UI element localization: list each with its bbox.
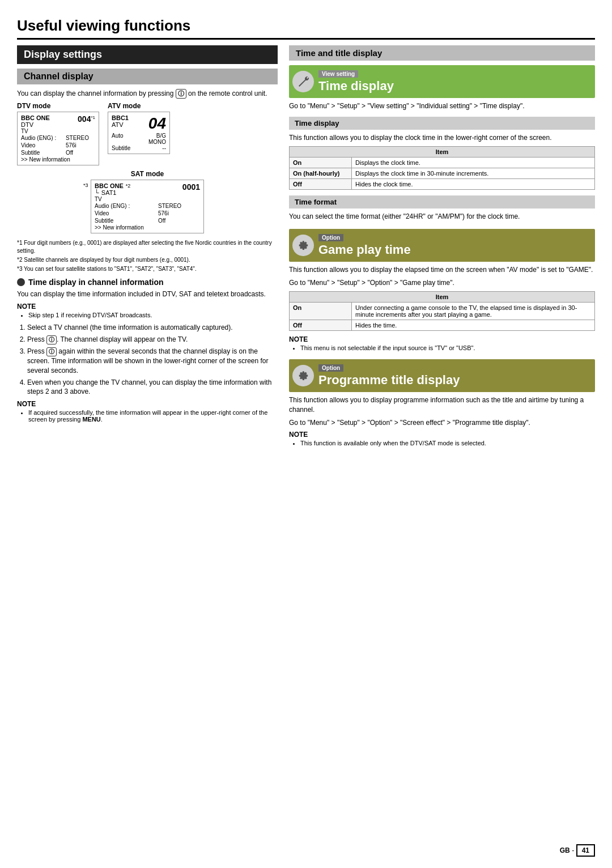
step-2: Press ⓘ. The channel display will appear…	[27, 335, 278, 344]
game-play-time-label: Game play time	[318, 242, 588, 257]
time-and-title-header: Time and title display	[289, 45, 595, 61]
game-play-col-header: Item	[290, 291, 595, 302]
option-badge-2: Option	[318, 364, 343, 372]
dtv-atv-modes: DTV mode BBC ONE DTV 004*1 TV	[17, 102, 278, 165]
wrench-icon	[297, 75, 309, 88]
dtv-mode-box: BBC ONE DTV 004*1 TV Audio (ENG) :STEREO…	[17, 112, 99, 165]
td-on-label: On	[290, 157, 352, 168]
note2-list: If acquired successfully, the time infor…	[22, 409, 278, 423]
time-display-col-header: Item	[290, 146, 595, 157]
note1-header: NOTE	[17, 303, 278, 310]
note2-item: If acquired successfully, the time infor…	[28, 409, 278, 423]
game-play-nav: Go to "Menu" > "Setup" > "Option" > "Gam…	[289, 278, 595, 288]
gb-indicator: GB	[560, 846, 570, 854]
sat-line2: └SAT1	[95, 189, 130, 196]
td-off-label: Off	[290, 178, 352, 189]
step-3: Press ⓘ again within the several seconds…	[27, 347, 278, 376]
atv-mode-block: ATV mode BBC1 ATV 04 Auto	[108, 102, 170, 165]
page-number-block: GB - 41	[560, 844, 595, 857]
time-display-nav: Go to "Menu" > "Setup" > "View setting" …	[289, 101, 595, 111]
programme-header-bar: Option Programme title display	[289, 359, 595, 392]
sat-asterisk2: *2	[126, 183, 131, 189]
game-note-item: This menu is not selectable if the input…	[300, 344, 595, 351]
sat-mode-block: SAT mode *3 BBC ONE *2 └SAT1	[17, 170, 278, 233]
atv-bbc1: BBC1	[112, 114, 129, 121]
right-column: Time and title display View setting Time…	[289, 45, 595, 454]
display-settings-header: Display settings	[17, 45, 278, 64]
sat-box-wrap: *3 BBC ONE *2 └SAT1	[17, 180, 278, 233]
table-row: Off Hides the clock time.	[290, 178, 595, 189]
programme-title-label: Programme title display	[318, 373, 588, 388]
dtv-line2: DTV	[21, 121, 50, 128]
option-badge-1: Option	[318, 234, 343, 241]
game-play-section: Option Game play time This function allo…	[289, 229, 595, 351]
game-play-header-bar: Option Game play time	[289, 229, 595, 262]
atv-mode-box: BBC1 ATV 04 Auto B/G MONO	[108, 112, 170, 154]
channel-display-header: Channel display	[17, 69, 278, 84]
time-display-sub-header: Time display	[289, 117, 595, 130]
atv-num: 04	[148, 114, 166, 132]
channel-display-intro: You can display the channel information …	[17, 89, 278, 99]
time-display-header-block: View setting Time display	[289, 65, 595, 98]
note1-block: NOTE Skip step 1 if receiving DTV/SAT br…	[17, 303, 278, 318]
programme-title-section: Option Programme title display This func…	[289, 359, 595, 446]
game-off-label: Off	[290, 320, 352, 330]
footnote-2: *2 Satellite channels are displayed by f…	[17, 256, 278, 264]
gear-icon-2	[297, 369, 309, 382]
td-off-value: Hides the clock time.	[352, 178, 595, 189]
time-display-big-label: Time display	[318, 79, 588, 93]
step-1: Select a TV channel (the time informatio…	[27, 323, 278, 333]
sat-num: 0001	[182, 182, 200, 192]
atv-line2: ATV	[112, 121, 129, 128]
step3-button-icon: ⓘ	[46, 347, 57, 356]
gear-icon-circle-2	[292, 365, 314, 386]
dtv-info-table: Audio (ENG) :STEREO Video576i SubtitleOf…	[21, 134, 95, 156]
time-display-channel-body: You can display the time information inc…	[17, 290, 278, 299]
steps-list: Select a TV channel (the time informatio…	[27, 323, 278, 397]
atv-info-row: Auto B/G	[112, 133, 166, 139]
sat-mode-box: *3 BBC ONE *2 └SAT1	[91, 180, 204, 233]
time-display-section: View setting Time display Go to "Menu" >…	[289, 65, 595, 221]
atv-subtitle-row: Subtitle --	[112, 145, 166, 151]
dtv-mode-label: DTV mode	[17, 102, 99, 110]
dtv-mode-block: DTV mode BBC ONE DTV 004*1 TV	[17, 102, 99, 165]
programme-note-item: This function is available only when the…	[300, 440, 595, 446]
gear-icon	[297, 239, 309, 252]
game-on-label: On	[290, 302, 352, 320]
footnote-1: *1 Four digit numbers (e.g., 0001) are d…	[17, 239, 278, 255]
bullet-icon	[17, 278, 25, 286]
game-note-header: NOTE	[289, 335, 595, 343]
note2-header: NOTE	[17, 400, 278, 408]
note1-item: Skip step 1 if receiving DTV/SAT broadca…	[28, 312, 278, 318]
table-row: Off Hides the time.	[290, 320, 595, 330]
dtv-new-info: >> New information	[21, 156, 95, 163]
atv-mono: MONO	[112, 139, 166, 145]
game-on-value: Under connecting a game console to the T…	[352, 302, 595, 320]
step-4: Even when you change the TV channel, you…	[27, 378, 278, 397]
wrench-icon-circle	[292, 71, 314, 92]
page-num-box: 41	[576, 844, 595, 857]
time-format-header: Time format	[289, 195, 595, 209]
info-button-icon: ⓘ	[176, 89, 186, 99]
sat-info-table: Audio (ENG) :STEREO Video576i SubtitleOf…	[95, 202, 200, 224]
programme-title-nav: Go to "Menu" > "Setup" > "Option" > "Scr…	[289, 418, 595, 428]
game-play-table: Item On Under connecting a game console …	[289, 291, 595, 331]
dtv-num: 004	[78, 114, 91, 124]
table-row: On Displays the clock time.	[290, 157, 595, 168]
page: Useful viewing functions Display setting…	[0, 0, 612, 868]
sat-mode-label: SAT mode	[17, 170, 278, 178]
footnotes-block: *1 Four digit numbers (e.g., 0001) are d…	[17, 239, 278, 273]
td-half-hourly-value: Displays the clock time in 30-minute inc…	[352, 168, 595, 178]
dtv-asterisk: *1	[91, 116, 95, 121]
main-title: Useful viewing functions	[17, 17, 595, 40]
time-display-table: Item On Displays the clock time. On (hal…	[289, 146, 595, 190]
programme-title-body: This function allows you to display prog…	[289, 395, 595, 415]
dtv-bbc-one: BBC ONE	[21, 114, 50, 121]
time-display-channel-title: Time display in channel information	[17, 278, 278, 287]
table-row: On (half-hourly) Displays the clock time…	[290, 168, 595, 178]
sat-bbc-one: BBC ONE	[95, 182, 124, 189]
left-column: Display settings Channel display You can…	[17, 45, 278, 454]
time-format-body: You can select the time format (either "…	[289, 212, 595, 222]
time-display-sub-body: This function allows you to display the …	[289, 133, 595, 143]
sat-new-info: >> New information	[95, 224, 200, 231]
